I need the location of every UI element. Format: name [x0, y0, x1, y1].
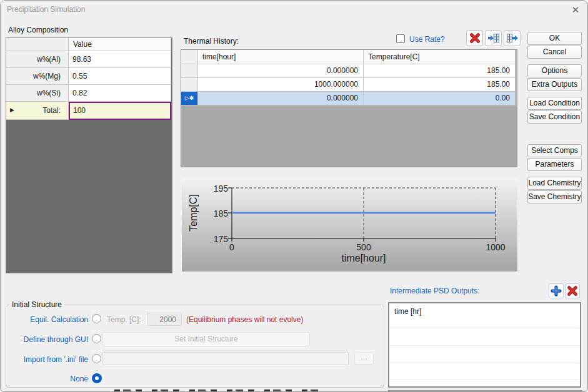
import-ini-label: Import from '.ini' file	[6, 355, 88, 364]
thermal-corner-cell	[181, 50, 198, 64]
thermal-time-cell[interactable]: 0.000000	[198, 92, 364, 105]
thermal-selected-row-marker-icon[interactable]: ▷✱	[181, 92, 198, 105]
thermal-row-header[interactable]	[181, 64, 198, 78]
alloy-value-cell[interactable]: 0.82	[69, 85, 171, 102]
append-row-button[interactable]	[504, 30, 521, 46]
window-title: Precipitation Simulation	[7, 5, 85, 14]
load-chemistry-button[interactable]: Load Chemistry	[527, 177, 582, 190]
psd-row-separator	[390, 380, 579, 380]
psd-outputs-label: Intermediate PSD Outputs:	[390, 287, 479, 295]
thermal-temperature-cell[interactable]: 185.00	[364, 78, 516, 92]
alloy-total-row-header: ▶ Total:	[6, 102, 69, 120]
options-button[interactable]: Options	[527, 64, 582, 77]
delete-red-x-icon	[469, 32, 481, 44]
psd-add-button[interactable]	[549, 283, 564, 298]
extra-outputs-button[interactable]: Extra Outputs	[527, 78, 582, 91]
psd-column-header: time [hr]	[394, 307, 421, 316]
psd-delete-button[interactable]	[565, 283, 580, 298]
thermal-history-table: time[hour] Temperature[C] 0.000000 185.0…	[181, 49, 517, 167]
alloy-value-header: Value	[69, 38, 171, 51]
psd-outputs-table[interactable]: time [hr]	[388, 302, 581, 388]
alloy-row-label: w%(Si)	[6, 85, 69, 102]
alloy-corner-cell	[6, 38, 69, 51]
equil-calculation-label: Equil. Calculation	[6, 315, 88, 324]
import-ini-radio[interactable]	[92, 354, 101, 363]
temp-c-label: Temp. [C]:	[107, 315, 141, 324]
thermal-row-header[interactable]	[181, 78, 198, 92]
alloy-row-label: w%(Al)	[6, 51, 69, 68]
select-comps-button[interactable]: Select Comps	[527, 144, 582, 157]
x-axis-label: time[hour]	[301, 253, 426, 264]
alloy-row-label: w%(Mg)	[6, 68, 69, 85]
parameters-button[interactable]: Parameters	[527, 158, 582, 171]
define-through-gui-radio[interactable]	[92, 334, 101, 343]
thermal-temperature-cell[interactable]: 0.00	[364, 92, 516, 105]
insert-row-icon	[487, 32, 500, 44]
alloy-total-value-cell[interactable]: 100	[69, 102, 171, 120]
alloy-composition-table: Value w%(Al) 98.63 w%(Mg) 0.55 w%(Si) 0.…	[6, 37, 172, 273]
plus-icon	[551, 285, 562, 296]
thermal-time-cell[interactable]: 0.000000	[198, 64, 364, 78]
thermal-history-chart: 195 185 175 0 500 1000 time[hour] Temp[C…	[182, 177, 517, 272]
cancel-button[interactable]: Cancel	[527, 46, 582, 59]
temp-c-input	[147, 313, 182, 326]
initial-structure-label: Initial Structure	[9, 300, 64, 309]
save-chemistry-button[interactable]: Save Chemistry	[527, 190, 582, 203]
equilibrium-note: (Equilibrium phases will not evolve)	[186, 315, 303, 324]
thermal-col-header-temperature: Temperature[C]	[364, 50, 516, 64]
browse-button: ...	[354, 353, 374, 365]
equil-calculation-radio[interactable]	[92, 314, 101, 323]
alloy-composition-label: Alloy Composition	[8, 26, 68, 34]
use-rate-checkbox[interactable]	[396, 34, 405, 43]
thermal-time-cell[interactable]: 1000.000000	[198, 78, 364, 92]
ok-button[interactable]: OK	[527, 32, 582, 45]
close-icon[interactable]: ✕	[569, 3, 582, 17]
none-radio[interactable]	[92, 373, 102, 383]
thermal-history-label: Thermal History:	[184, 37, 239, 46]
use-rate-label: Use Rate?	[409, 35, 445, 44]
set-initial-structure-button: Set Initial Structure	[102, 332, 310, 346]
x-tick-0: 0	[223, 242, 241, 252]
thermal-col-header-time: time[hour]	[198, 50, 364, 64]
insert-row-button[interactable]	[485, 30, 502, 46]
x-tick-500: 500	[349, 242, 379, 252]
delete-red-x-icon	[567, 285, 578, 296]
none-label: None	[6, 375, 88, 383]
import-path-input	[102, 352, 349, 365]
psd-row-separator	[390, 363, 579, 363]
append-row-icon	[506, 32, 519, 44]
y-axis-label: Temp[C]	[188, 194, 199, 232]
alloy-value-cell[interactable]: 0.55	[69, 68, 171, 85]
alloy-total-label: Total:	[42, 102, 61, 119]
clipped-bottom-content	[114, 390, 322, 392]
alloy-value-cell[interactable]: 98.63	[69, 51, 171, 68]
save-condition-button[interactable]: Save Condition	[527, 110, 582, 124]
psd-row-separator	[390, 328, 579, 328]
define-through-gui-label: Define through GUI	[6, 335, 88, 344]
psd-row-separator	[390, 345, 579, 346]
load-condition-button[interactable]: Load Condition	[527, 97, 582, 110]
y-tick-195: 195	[204, 184, 228, 194]
x-tick-1000: 1000	[481, 242, 511, 252]
row-selector-icon: ▶	[10, 107, 14, 113]
delete-row-button[interactable]	[466, 30, 483, 46]
precipitation-simulation-dialog: Precipitation Simulation ✕ Alloy Composi…	[0, 0, 588, 392]
y-tick-185: 185	[204, 208, 228, 218]
thermal-temperature-cell[interactable]: 185.00	[364, 64, 516, 78]
